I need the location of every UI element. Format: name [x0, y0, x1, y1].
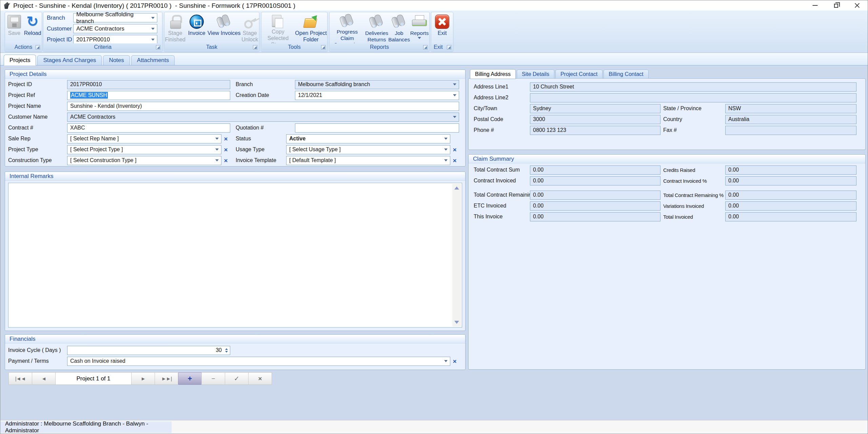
fax-label: Fax # — [660, 127, 725, 133]
progress-claim-summaries-button[interactable]: Progress Claim Summaries — [330, 12, 365, 44]
save-button[interactable]: Save — [5, 12, 23, 44]
nav-prev-button[interactable]: ◄ — [32, 372, 56, 385]
invoice-template-dropdown[interactable]: [ Default Template ] — [286, 156, 450, 165]
tab-site-details[interactable]: Site Details — [517, 70, 554, 79]
dialog-launcher-icon[interactable] — [36, 45, 40, 50]
project-type-dropdown[interactable]: [ Select Project Type ] — [67, 145, 221, 154]
country-field[interactable]: Australia — [725, 115, 856, 124]
creation-date-field[interactable]: 12/1/2021 — [295, 91, 459, 100]
nav-post-button[interactable]: ✓ — [225, 372, 249, 385]
scroll-down-icon[interactable] — [454, 321, 459, 324]
project-details-panel: Project Details Project ID 2017PR0010 Br… — [5, 70, 466, 166]
etc-invoiced-label: ETC Invoiced — [469, 203, 530, 209]
tab-billing-address[interactable]: Billing Address — [470, 69, 516, 79]
reload-button[interactable]: ↻ Reload — [23, 12, 42, 44]
nav-last-button[interactable]: ►►| — [155, 372, 178, 385]
close-button[interactable] — [847, 0, 868, 11]
usage-type-dropdown[interactable]: [ Select Usage Type ] — [286, 145, 450, 154]
restore-button[interactable] — [826, 0, 847, 11]
tab-notes[interactable]: Notes — [103, 55, 130, 65]
customer-name-label: Customer Name — [5, 114, 67, 120]
contract-number-input[interactable]: XABC — [67, 123, 230, 133]
binoculars-icon — [337, 12, 357, 31]
clear-icon[interactable]: × — [450, 357, 459, 366]
ribbon-group-task: Stage Finished Invoice View Invoices Sta… — [164, 12, 259, 52]
tab-billing-contact[interactable]: Billing Contact — [604, 70, 648, 79]
phone-field[interactable]: 0800 123 123 — [530, 126, 660, 135]
nav-add-button[interactable]: + — [178, 372, 202, 385]
scroll-up-icon[interactable] — [454, 186, 459, 190]
project-id-label: Project ID — [43, 36, 73, 43]
project-ref-input[interactable]: ACME SUNSH — [67, 91, 230, 100]
invoice-cycle-input[interactable]: 30 — [67, 346, 230, 355]
copy-selected-stage-button[interactable]: Copy Selected Stage — [261, 12, 295, 44]
construction-type-wrap: [ Select Construction Type ] × — [67, 156, 230, 165]
total-contract-remaining-pct-label: Total Contract Remaining % — [660, 192, 725, 198]
dialog-launcher-icon[interactable] — [423, 45, 428, 50]
dialog-launcher-icon[interactable] — [253, 45, 257, 50]
lock-icon — [170, 15, 181, 29]
minimize-icon — [813, 5, 818, 6]
address-line2-field[interactable] — [530, 93, 856, 102]
dropdown-arrow-icon — [418, 37, 421, 39]
binoculars-icon — [367, 12, 387, 31]
job-balances-button[interactable]: Job Balances — [389, 12, 410, 44]
construction-type-dropdown[interactable]: [ Select Construction Type ] — [67, 156, 221, 165]
postal-code-field[interactable]: 3000 — [530, 115, 660, 124]
stage-unlock-button[interactable]: Stage Unlock — [240, 12, 259, 44]
internal-remarks-textarea[interactable] — [8, 183, 462, 328]
payment-terms-dropdown[interactable]: Cash on Invoice raised — [67, 357, 450, 366]
tab-projects[interactable]: Projects — [4, 55, 36, 65]
quotation-number-input[interactable] — [295, 123, 459, 133]
printer-icon — [412, 15, 427, 28]
invoice-button[interactable]: Invoice — [186, 12, 207, 44]
clear-icon[interactable]: × — [450, 145, 459, 154]
open-project-folder-button[interactable]: Open Project Folder — [295, 12, 327, 44]
sale-rep-dropdown[interactable]: [ Select Rep Name ] — [67, 134, 221, 143]
creation-date-label: Creation Date — [230, 92, 295, 98]
tab-attachments[interactable]: Attachments — [131, 55, 175, 65]
reports-button[interactable]: Reports — [410, 12, 429, 44]
sale-rep-wrap: [ Select Rep Name ] × — [67, 134, 230, 143]
financials-panel: Financials Invoice Cycle ( Days ) 30 Pay… — [5, 334, 466, 370]
dialog-launcher-icon[interactable] — [321, 45, 326, 50]
city-town-field[interactable]: Sydney — [530, 104, 660, 113]
customer-dropdown[interactable]: ACME Contractors — [73, 24, 157, 33]
fax-field[interactable] — [725, 126, 856, 135]
contract-invoiced-pct-label: Contract Invoiced % — [660, 178, 725, 184]
minimize-button[interactable] — [805, 0, 826, 11]
project-id-dropdown[interactable]: 2017PR0010 — [73, 35, 157, 44]
selected-text: ACME SUNSH — [70, 92, 108, 99]
nav-delete-button[interactable]: − — [201, 372, 225, 385]
address-line1-label: Address Line1 — [469, 84, 530, 90]
invoice-template-label: Invoice Template — [230, 157, 286, 163]
clear-icon[interactable]: × — [221, 145, 230, 154]
vertical-scrollbar[interactable] — [452, 184, 461, 327]
tab-project-contact[interactable]: Project Contact — [555, 70, 603, 79]
dialog-launcher-icon[interactable] — [447, 45, 451, 50]
dropdown-arrow-icon — [215, 149, 219, 151]
branch-dropdown[interactable]: Melbourne Scaffolding branch — [73, 13, 157, 22]
restore-icon — [834, 4, 838, 8]
project-name-input[interactable]: Sunshine - Kendal (Inventory) — [67, 102, 459, 111]
deliveries-returns-button[interactable]: Deliveries Returns — [365, 12, 389, 44]
nav-next-button[interactable]: ► — [131, 372, 155, 385]
clear-icon[interactable]: × — [221, 134, 230, 143]
state-province-field[interactable]: NSW — [725, 104, 856, 113]
dialog-launcher-icon[interactable] — [156, 45, 160, 50]
nav-cancel-button[interactable]: × — [248, 372, 272, 385]
stage-finished-button[interactable]: Stage Finished — [164, 12, 186, 44]
nav-first-button[interactable]: |◄◄ — [8, 372, 32, 385]
exit-button[interactable]: Exit — [432, 12, 452, 44]
branch-field[interactable]: Melbourne Scaffolding branch — [295, 80, 459, 89]
status-dropdown[interactable]: Active — [286, 134, 450, 143]
spin-down-icon[interactable] — [225, 351, 228, 353]
address-line1-field[interactable]: 10 Church Street — [530, 82, 856, 92]
customer-name-field[interactable]: ACME Contractors — [67, 113, 459, 122]
spin-up-icon[interactable] — [225, 348, 228, 350]
clear-icon[interactable]: × — [221, 156, 230, 165]
tab-stages-and-charges[interactable]: Stages And Charges — [37, 55, 102, 65]
clear-icon[interactable]: × — [450, 156, 459, 165]
spinner-stepper[interactable] — [224, 347, 229, 354]
view-invoices-button[interactable]: View Invoices — [208, 12, 241, 44]
